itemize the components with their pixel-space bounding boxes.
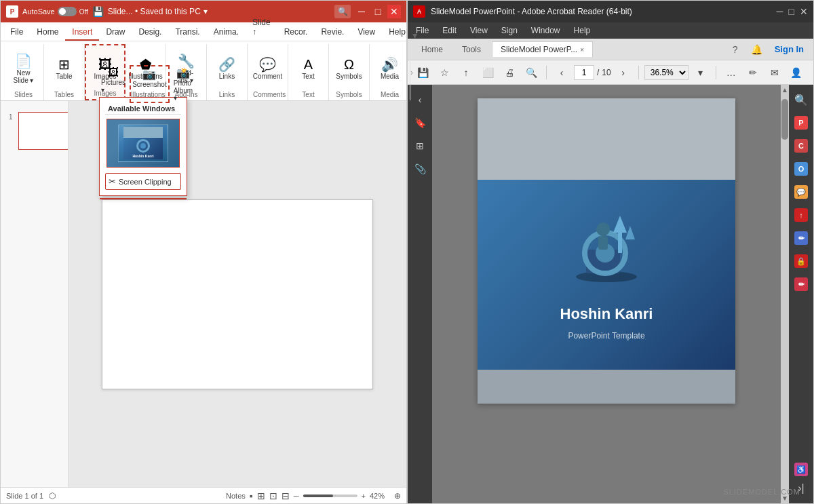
tab-document[interactable]: SlideModel PowerP... × <box>492 41 593 57</box>
thumb-body: Hoshin Kanri <box>123 138 163 159</box>
acrobat-close-btn[interactable]: ✕ <box>800 6 808 17</box>
tab-slideshow[interactable]: Slide ↑ <box>246 15 277 41</box>
zoom-level[interactable]: 42% <box>370 492 390 500</box>
pictures-sub-btn[interactable]: 🖼 Pictures▾ <box>100 65 127 103</box>
tab-view[interactable]: View <box>351 24 382 41</box>
toolbar-zoom-search-btn[interactable]: 🔍 <box>522 63 541 82</box>
right-panel-protect[interactable]: 🔒 <box>792 252 811 271</box>
sidebar-pages-btn[interactable]: ⊞ <box>410 136 429 155</box>
notes-btn[interactable]: Notes <box>226 492 246 500</box>
tab-tools[interactable]: Tools <box>454 42 489 57</box>
view-reader-btn[interactable]: ⊡ <box>269 490 277 501</box>
zoom-down-btn[interactable]: ▾ <box>691 63 710 82</box>
next-page-btn[interactable]: › <box>614 63 633 82</box>
media-btn[interactable]: 🔊 Media <box>376 55 404 83</box>
ppt-minimize-btn[interactable]: ─ <box>355 5 368 18</box>
scroll-up-btn[interactable]: ▲ <box>781 86 788 94</box>
sidebar-attach-btn[interactable]: 📎 <box>410 159 429 178</box>
menu-sign[interactable]: Sign <box>499 24 520 37</box>
symbols-btn[interactable]: Ω Symbols <box>332 55 366 83</box>
right-panel-export2[interactable]: ↑ <box>792 206 811 225</box>
toolbar-bookmark-btn[interactable]: ☆ <box>435 63 454 82</box>
sign-in-btn[interactable]: Sign In <box>771 43 808 56</box>
toolbar-annotation-btn[interactable]: ✏ <box>743 63 762 82</box>
acrobat-minimize-btn[interactable]: ─ <box>777 6 783 17</box>
ppt-title-dropdown[interactable]: ▾ <box>204 7 208 16</box>
tab-close-btn[interactable]: × <box>580 46 584 54</box>
tab-home[interactable]: Home <box>30 24 65 41</box>
tab-insert[interactable]: Insert <box>65 24 99 41</box>
acrobat-maximize-btn[interactable]: □ <box>789 6 794 17</box>
comment-btn[interactable]: 💬 Comment <box>249 55 286 83</box>
tab-design[interactable]: Desig. <box>132 24 168 41</box>
ribbon-scroll-btn[interactable]: › <box>410 44 413 100</box>
tab-home[interactable]: Home <box>413 42 451 57</box>
autosave-toggle[interactable] <box>58 7 77 16</box>
toolbar-more-btn[interactable]: … <box>722 63 741 82</box>
notification-btn[interactable]: 🔔 <box>749 41 765 58</box>
view-present-btn[interactable]: ⊟ <box>282 490 290 501</box>
view-normal-btn[interactable]: ▪ <box>250 490 253 501</box>
photo-album-sub-btn[interactable]: 📸 PhotoAlbum ▾ <box>172 65 194 103</box>
ppt-save-icon[interactable]: 💾 <box>92 6 104 17</box>
tab-review[interactable]: Revie. <box>314 24 351 41</box>
zoom-select[interactable]: 36.5% 50% 75% 100% <box>644 65 689 80</box>
right-panel-edit[interactable]: ✏ <box>792 275 811 294</box>
fit-btn[interactable]: ⊕ <box>394 491 401 501</box>
view-grid-btn[interactable]: ⊞ <box>257 490 265 501</box>
table-btn[interactable]: ⊞ Table <box>51 55 78 83</box>
ribbon-collapse-btn[interactable]: ▾ <box>412 30 417 41</box>
zoom-minus-btn[interactable]: ─ <box>294 492 299 500</box>
right-panel-comment[interactable]: 💬 <box>792 182 811 201</box>
right-panel-organize[interactable]: O <box>792 159 811 178</box>
doc-footer-section <box>478 370 735 404</box>
screenshot-thumbnail[interactable]: Hoshin Kanri <box>106 119 180 168</box>
links-group-label: Links <box>212 91 241 100</box>
slide-thumbnail-1[interactable] <box>18 112 69 150</box>
screenshot-sub-btn[interactable]: 📷 Screenshot <box>130 65 170 103</box>
symbols-label: Symbols <box>336 73 362 80</box>
toolbar-share-btn[interactable]: ↑ <box>457 63 476 82</box>
sidebar-bookmark-btn[interactable]: 🔖 <box>410 113 429 132</box>
ppt-search-btn[interactable]: 🔍 <box>334 5 351 18</box>
zoom-plus-btn[interactable]: + <box>362 492 366 500</box>
links-btn[interactable]: 🔗 Links <box>214 55 241 83</box>
text-btn[interactable]: A Text <box>295 55 322 83</box>
autosave-control[interactable]: AutoSave Off <box>22 7 88 16</box>
prev-page-btn[interactable]: ‹ <box>552 63 571 82</box>
new-slide-btn[interactable]: 📄 NewSlide ▾ <box>9 52 37 87</box>
right-panel-zoom-in[interactable]: 🔍 <box>792 90 811 109</box>
zoom-slider[interactable] <box>303 495 357 497</box>
ppt-maximize-btn[interactable]: □ <box>371 5 385 18</box>
doc-blue-section: Hoshin Kanri PowerPoint Template <box>478 180 735 370</box>
menu-edit[interactable]: Edit <box>440 24 459 37</box>
right-panel-accessibility[interactable]: ♿ <box>792 460 811 479</box>
scrollbar-thumb[interactable] <box>781 99 788 140</box>
screen-clipping-btn[interactable]: ✂ Screen Clipping <box>105 173 181 190</box>
tab-record[interactable]: Recor. <box>277 24 315 41</box>
toolbar-email-btn[interactable]: ✉ <box>765 63 784 82</box>
menu-view[interactable]: View <box>467 24 490 37</box>
toolbar-save-btn[interactable]: 💾 <box>413 63 432 82</box>
page-input[interactable] <box>574 65 594 80</box>
page-sep: / <box>597 68 599 77</box>
right-panel-export[interactable]: P <box>792 113 811 132</box>
tab-draw[interactable]: Draw <box>99 24 132 41</box>
menu-help[interactable]: Help <box>571 24 594 37</box>
tab-file[interactable]: File <box>3 24 30 41</box>
toolbar-account-btn[interactable]: 👤 <box>787 63 806 82</box>
menu-window[interactable]: Window <box>528 24 563 37</box>
help-btn[interactable]: ? <box>727 41 743 58</box>
acrobat-scrollbar[interactable]: ▲ ▼ <box>781 85 789 503</box>
right-panel-fill-sign[interactable]: ✏ <box>792 229 811 248</box>
tab-help[interactable]: Help <box>382 24 412 41</box>
tab-animations[interactable]: Anima. <box>207 24 246 41</box>
acrobat-scroll-area[interactable]: Hoshin Kanri PowerPoint Template <box>432 85 781 503</box>
tab-transitions[interactable]: Transi. <box>168 24 206 41</box>
ppt-close-btn[interactable]: ✕ <box>387 5 401 18</box>
right-panel-convert[interactable]: C <box>792 136 811 155</box>
sidebar-left-arrow[interactable]: ‹ <box>410 90 429 109</box>
toolbar-print-btn[interactable]: ⬜ <box>478 63 497 82</box>
toolbar-print2-btn[interactable]: 🖨 <box>500 63 519 82</box>
doc-title: Hoshin Kanri <box>560 305 653 323</box>
